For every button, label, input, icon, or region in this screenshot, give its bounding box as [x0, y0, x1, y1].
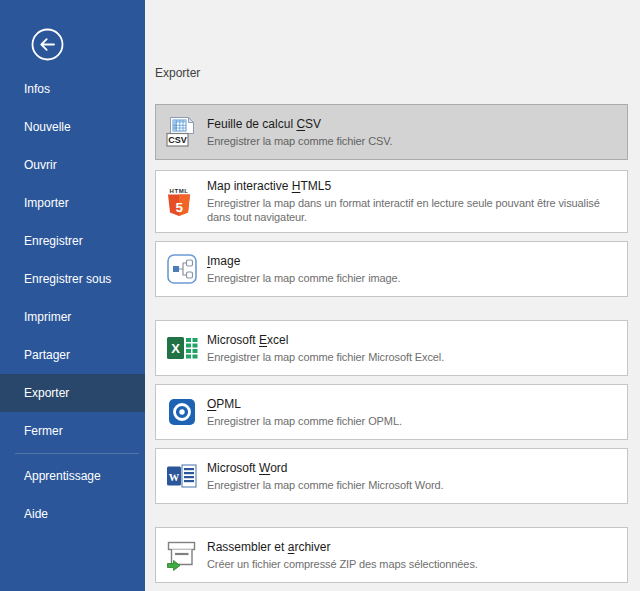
- export-option-title: Rassembler et archiver: [207, 540, 615, 555]
- sidebar-nav: Infos Nouvelle Ouvrir Importer Enregistr…: [0, 70, 145, 533]
- opml-icon: [166, 396, 198, 428]
- sidebar-item-label: Infos: [24, 82, 50, 96]
- sidebar-item-enregistrer-sous[interactable]: Enregistrer sous: [0, 260, 145, 298]
- sidebar-item-label: Importer: [24, 196, 69, 210]
- export-option-description: Enregistrer la map comme fichier CSV.: [207, 134, 615, 148]
- export-option-opml[interactable]: OPML Enregistrer la map comme fichier OP…: [155, 384, 628, 440]
- back-button[interactable]: [31, 28, 64, 61]
- back-arrow-icon: [31, 28, 64, 61]
- page-title: Exporter: [155, 66, 628, 80]
- export-option-description: Enregistrer la map comme fichier Microso…: [207, 478, 615, 492]
- csv-spreadsheet-icon: CSV: [166, 116, 198, 148]
- html5-icon: HTML 5: [166, 186, 198, 218]
- svg-text:5: 5: [175, 199, 183, 214]
- sidebar-item-label: Imprimer: [24, 310, 71, 324]
- svg-text:W: W: [169, 472, 180, 483]
- sidebar-item-label: Apprentissage: [24, 469, 101, 483]
- export-option-pack-and-go[interactable]: Rassembler et archiver Créer un fichier …: [155, 527, 628, 583]
- export-option-title: OPML: [207, 397, 615, 412]
- svg-text:CSV: CSV: [168, 135, 187, 145]
- export-option-excel[interactable]: X Microsoft Excel Enregistrer la map com…: [155, 320, 628, 376]
- svg-text:X: X: [171, 341, 180, 356]
- sidebar-item-label: Enregistrer sous: [24, 272, 111, 286]
- sidebar-item-label: Ouvrir: [24, 158, 57, 172]
- sidebar-item-nouvelle[interactable]: Nouvelle: [0, 108, 145, 146]
- export-option-title: Microsoft Excel: [207, 333, 615, 348]
- export-option-description: Enregistrer la map dans un format intera…: [207, 196, 615, 224]
- export-option-title: Map interactive HTML5: [207, 179, 615, 194]
- sidebar-item-enregistrer[interactable]: Enregistrer: [0, 222, 145, 260]
- excel-icon: X: [166, 332, 198, 364]
- export-option-word[interactable]: W Microsoft Word Enregistrer la map comm…: [155, 448, 628, 504]
- export-option-image[interactable]: Image Enregistrer la map comme fichier i…: [155, 241, 628, 297]
- backstage-sidebar: Infos Nouvelle Ouvrir Importer Enregistr…: [0, 0, 145, 591]
- word-icon: W: [166, 460, 198, 492]
- sidebar-item-partager[interactable]: Partager: [0, 336, 145, 374]
- sidebar-item-exporter[interactable]: Exporter: [0, 374, 145, 412]
- export-option-html5[interactable]: HTML 5 Map interactive HTML5 Enregistrer…: [155, 170, 628, 233]
- export-option-csv[interactable]: CSV Feuille de calcul CSV Enregistrer la…: [155, 104, 628, 160]
- sidebar-item-label: Partager: [24, 348, 70, 362]
- sidebar-item-label: Enregistrer: [24, 234, 83, 248]
- archive-icon: [166, 539, 198, 571]
- sidebar-item-fermer[interactable]: Fermer: [0, 412, 145, 450]
- export-option-description: Créer un fichier compressé ZIP des maps …: [207, 557, 615, 571]
- sidebar-item-label: Nouvelle: [24, 120, 71, 134]
- export-panel: Exporter CSV Feuille de calcul CSV Enreg…: [145, 0, 640, 591]
- sidebar-item-label: Fermer: [24, 424, 63, 438]
- sidebar-item-aide[interactable]: Aide: [0, 495, 145, 533]
- export-option-description: Enregistrer la map comme fichier Microso…: [207, 350, 615, 364]
- export-option-title: Microsoft Word: [207, 461, 615, 476]
- svg-text:HTML: HTML: [169, 187, 188, 193]
- export-option-description: Enregistrer la map comme fichier image.: [207, 271, 615, 285]
- sidebar-item-apprentissage[interactable]: Apprentissage: [0, 457, 145, 495]
- sidebar-item-label: Aide: [24, 507, 48, 521]
- sidebar-item-importer[interactable]: Importer: [0, 184, 145, 222]
- image-file-icon: [166, 253, 198, 285]
- sidebar-item-infos[interactable]: Infos: [0, 70, 145, 108]
- export-option-title: Image: [207, 254, 615, 269]
- export-option-description: Enregistrer la map comme fichier OPML.: [207, 414, 615, 428]
- sidebar-item-label: Exporter: [24, 386, 69, 400]
- sidebar-item-ouvrir[interactable]: Ouvrir: [0, 146, 145, 184]
- export-option-title: Feuille de calcul CSV: [207, 117, 615, 132]
- sidebar-divider: [15, 453, 139, 454]
- sidebar-item-imprimer[interactable]: Imprimer: [0, 298, 145, 336]
